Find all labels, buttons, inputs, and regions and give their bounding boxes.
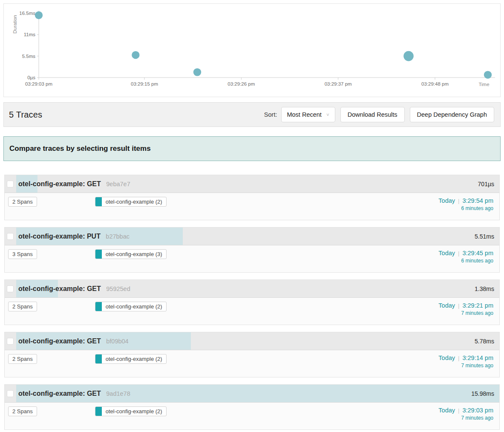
trace-card-header[interactable]: otel-config-example: GET 95925ed 1.38ms [5,280,499,298]
trace-day: Today [438,302,455,309]
trace-timestamp: Today|3:29:21 pm 7 minutes ago [438,302,493,317]
scatter-point[interactable] [193,68,201,76]
timestamp-separator: | [458,407,459,414]
trace-duration-label: 5.78ms [475,338,494,345]
scatter-point[interactable] [403,51,414,61]
svg-text:Duration: Duration [12,15,17,33]
span-count-tag: 2 Spans [8,197,37,207]
trace-timestamp: Today|3:29:54 pm 6 minutes ago [438,197,493,212]
trace-title: otel-config-example: GET 9eba7e7 [18,180,130,188]
trace-result-card[interactable]: otel-config-example: GET bf09b04 5.78ms … [4,332,500,377]
results-header-bar: 5 Traces Sort: Most Recent ∨ Download Re… [3,102,501,127]
trace-timestamp: Today|3:29:14 pm 7 minutes ago [438,354,493,369]
trace-select-checkbox[interactable] [7,233,14,240]
timestamp-separator: | [458,355,459,361]
trace-time: 3:29:21 pm [462,302,493,309]
trace-relative-time: 6 minutes ago [438,205,493,212]
service-tag: otel-config-example (2) [95,354,167,364]
svg-text:03:29:03 pm: 03:29:03 pm [25,81,52,86]
trace-service-operation: otel-config-example: GET [18,390,101,397]
sort-select[interactable]: Most Recent ∨ [281,107,335,122]
svg-text:03:29:37 pm: 03:29:37 pm [325,81,352,86]
trace-card-body: 2 Spans otel-config-example (2) Today|3:… [5,403,499,429]
svg-text:0µs: 0µs [27,75,35,80]
span-count-tag: 2 Spans [8,406,37,416]
sort-label: Sort: [264,111,277,118]
service-tag: otel-config-example (2) [95,302,167,311]
trace-select-checkbox[interactable] [7,285,14,292]
trace-card-header[interactable]: otel-config-example: PUT b27bbac 5.51ms [5,228,499,245]
service-tag-label: otel-config-example (2) [102,303,166,310]
trace-time: 3:29:14 pm [462,354,493,361]
timestamp-separator: | [458,250,459,256]
scatter-point[interactable] [484,71,492,78]
trace-id: bf09b04 [106,338,128,345]
service-color-swatch [95,249,102,259]
trace-id: 9eba7e7 [106,181,130,187]
compare-banner: Compare traces by selecting result items [3,136,501,161]
trace-card-body: 3 Spans otel-config-example (3) Today|3:… [5,245,499,272]
trace-card-body: 2 Spans otel-config-example (2) Today|3:… [5,193,499,220]
trace-relative-time: 6 minutes ago [438,258,493,264]
trace-time: 3:29:54 pm [462,197,493,204]
scatter-point[interactable] [35,12,43,19]
trace-relative-time: 7 minutes ago [438,415,493,421]
service-tag: otel-config-example (3) [95,249,167,259]
trace-service-operation: otel-config-example: GET [18,180,101,187]
svg-text:16.5ms: 16.5ms [19,11,35,16]
duration-scatter-panel: 0µs5.5ms11ms16.5msDuration03:29:03 pm03:… [3,3,501,97]
span-count-tag: 2 Spans [8,354,37,364]
trace-day: Today [438,354,455,361]
service-tag: otel-config-example (2) [95,197,167,207]
sort-selected-value: Most Recent [287,111,321,118]
trace-card-body: 2 Spans otel-config-example (2) Today|3:… [5,350,499,377]
trace-select-checkbox[interactable] [7,390,14,397]
trace-card-header[interactable]: otel-config-example: GET 9ad1e78 15.98ms [5,385,499,403]
trace-relative-time: 7 minutes ago [438,310,493,317]
trace-time: 3:29:03 pm [462,407,493,414]
download-results-button[interactable]: Download Results [340,107,405,122]
trace-select-checkbox[interactable] [7,338,14,345]
trace-result-card[interactable]: otel-config-example: PUT b27bbac 5.51ms … [4,227,500,273]
trace-results-list: otel-config-example: GET 9eba7e7 701µs 2… [4,175,500,430]
trace-day: Today [438,407,455,414]
service-color-swatch [95,302,102,311]
results-controls: Sort: Most Recent ∨ Download Results Dee… [264,107,494,122]
trace-relative-time: 7 minutes ago [438,363,493,369]
compare-banner-text: Compare traces by selecting result items [9,144,151,153]
service-tag-label: otel-config-example (2) [102,199,166,205]
trace-timestamp: Today|3:29:03 pm 7 minutes ago [438,406,493,421]
trace-time: 3:29:45 pm [462,250,493,256]
svg-text:03:29:48 pm: 03:29:48 pm [421,81,449,86]
trace-card-header[interactable]: otel-config-example: GET bf09b04 5.78ms [5,332,499,350]
trace-duration-label: 1.38ms [475,285,494,292]
service-color-swatch [95,406,102,416]
trace-title: otel-config-example: GET 9ad1e78 [18,390,130,397]
service-tag: otel-config-example (2) [95,406,167,416]
service-tag-label: otel-config-example (2) [102,356,166,362]
trace-service-operation: otel-config-example: GET [18,285,101,292]
trace-result-card[interactable]: otel-config-example: GET 9eba7e7 701µs 2… [4,175,500,220]
trace-title: otel-config-example: GET 95925ed [18,285,130,293]
duration-scatter-chart: 0µs5.5ms11ms16.5msDuration03:29:03 pm03:… [4,4,500,97]
deep-dependency-graph-button[interactable]: Deep Dependency Graph [410,107,494,122]
trace-id: 9ad1e78 [106,390,130,397]
trace-result-card[interactable]: otel-config-example: GET 9ad1e78 15.98ms… [4,384,500,430]
trace-day: Today [438,250,455,256]
svg-text:03:29:26 pm: 03:29:26 pm [228,81,255,86]
trace-day: Today [438,197,455,204]
service-tag-label: otel-config-example (3) [102,251,166,257]
trace-duration-label: 5.51ms [475,233,494,240]
trace-id: 95925ed [106,285,130,292]
trace-card-header[interactable]: otel-config-example: GET 9eba7e7 701µs [5,175,499,193]
trace-title: otel-config-example: GET bf09b04 [18,337,129,345]
trace-select-checkbox[interactable] [7,181,14,187]
span-count-tag: 3 Spans [8,249,37,259]
svg-text:5.5ms: 5.5ms [22,54,36,59]
scatter-point[interactable] [132,51,139,59]
trace-service-operation: otel-config-example: PUT [18,233,101,240]
service-tag-label: otel-config-example (2) [102,408,166,415]
chevron-down-icon: ∨ [326,112,330,117]
trace-result-card[interactable]: otel-config-example: GET 95925ed 1.38ms … [4,279,500,325]
service-color-swatch [95,197,102,207]
